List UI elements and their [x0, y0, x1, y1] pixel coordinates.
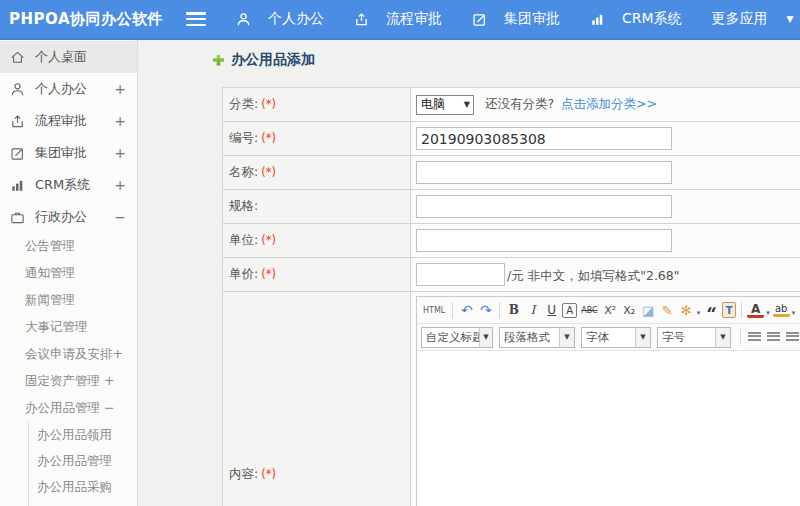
sidebar-item-workflow-approval[interactable]: 流程审批 + — [0, 105, 137, 137]
editor-toolbar-row1: HTML ↶ ↷ B I U A ABC X² X₂ ◪ ✎ — [417, 297, 800, 324]
nav-item-group-approval[interactable]: 集团审批 — [472, 10, 560, 28]
align-right-icon[interactable] — [784, 327, 800, 347]
nav-item-more-apps[interactable]: 更多应用 ▼ — [712, 10, 794, 28]
strikethrough-button[interactable]: ABC — [579, 300, 599, 320]
code-input[interactable] — [416, 127, 672, 150]
bar-chart-icon — [590, 11, 606, 27]
price-label-cell: 单价:(*) — [223, 258, 411, 292]
bar-chart-icon — [10, 177, 26, 193]
heading-style-select[interactable]: 自定义标题 ▼ — [421, 327, 493, 348]
sidebar-item-label: CRM系统 — [35, 176, 90, 194]
field-label: 单位: — [229, 232, 258, 247]
paste-text-icon[interactable]: T — [722, 302, 736, 318]
sidebar-item-personal-office[interactable]: 个人办公 + — [0, 73, 137, 105]
content-field-cell: HTML ↶ ↷ B I U A ABC X² X₂ ◪ ✎ — [411, 292, 800, 506]
app-logo: PHPOA协同办公软件 — [0, 10, 186, 29]
name-input[interactable] — [416, 161, 672, 184]
dropdown-label: 字号 — [658, 330, 689, 345]
nav-item-crm-system[interactable]: CRM系统 — [590, 10, 682, 28]
bold-button[interactable]: B — [505, 300, 522, 320]
highlight-color-button[interactable]: ab — [773, 303, 790, 317]
redo-icon[interactable]: ↷ — [477, 300, 494, 320]
content-label-cell: 内容:(*) — [223, 292, 411, 506]
align-center-icon[interactable] — [765, 327, 782, 347]
editor-toolbar-row2: 自定义标题 ▼ 段落格式 ▼ 字体 ▼ 字号 ▼ — [417, 324, 800, 351]
sidebar-item-label: 个人办公 — [35, 80, 87, 98]
superscript-button[interactable]: X² — [602, 300, 619, 320]
select-caret-icon: ▼ — [464, 100, 470, 109]
sidebar-item-supplies-management[interactable]: 办公用品管理 — [29, 448, 137, 474]
unit-input[interactable] — [416, 229, 672, 252]
caret-down-icon: ▼ — [479, 328, 492, 347]
expand-plus-icon[interactable]: + — [114, 81, 126, 97]
price-input[interactable] — [416, 263, 505, 286]
edit-icon — [472, 11, 488, 27]
sidebar-subitem-label: 固定资产管理 + — [25, 373, 114, 390]
caret-down-icon[interactable]: ▼ — [787, 14, 794, 24]
editor-content-area[interactable] — [417, 351, 800, 506]
caret-down-icon[interactable]: ▾ — [697, 309, 701, 317]
sidebar-level2-group: 办公用品领用 办公用品管理 办公用品采购 — [28, 422, 137, 506]
expand-plus-icon[interactable]: + — [114, 177, 126, 193]
sidebar-item-announcement-mgmt[interactable]: 公告管理 — [0, 233, 137, 260]
field-label: 名称: — [229, 164, 258, 179]
sidebar-item-meeting-request[interactable]: 会议申请及安排+ — [0, 341, 137, 368]
hamburger-menu-icon[interactable] — [186, 12, 206, 26]
sidebar-item-notice-mgmt[interactable]: 通知管理 — [0, 260, 137, 287]
field-label: 规格: — [229, 198, 258, 213]
dropdown-label: 自定义标题 — [422, 330, 479, 345]
sidebar-item-supplies-requisition[interactable]: 办公用品领用 — [29, 422, 137, 448]
category-select[interactable]: 电脑 ▼ — [416, 95, 474, 115]
toolbar-separator — [452, 302, 453, 318]
rich-text-editor: HTML ↶ ↷ B I U A ABC X² X₂ ◪ ✎ — [416, 296, 800, 506]
nav-label: 个人办公 — [268, 10, 324, 28]
autotypeset-icon[interactable]: ✻ — [678, 300, 695, 320]
sidebar-item-office-supplies-mgmt[interactable]: 办公用品管理 − — [0, 395, 137, 422]
sidebar-item-news-mgmt[interactable]: 新闻管理 — [0, 287, 137, 314]
indent-guide — [29, 500, 137, 506]
spec-field-cell — [411, 190, 800, 224]
nav-item-personal-office[interactable]: 个人办公 — [236, 10, 324, 28]
font-color-button[interactable]: A — [747, 303, 764, 318]
name-label-cell: 名称:(*) — [223, 156, 411, 190]
nav-item-workflow-approval[interactable]: 流程审批 — [354, 10, 442, 28]
sidebar-item-label: 集团审批 — [35, 144, 87, 162]
collapse-minus-icon[interactable]: − — [114, 209, 126, 225]
italic-button[interactable]: I — [524, 300, 541, 320]
field-label: 单价: — [229, 266, 258, 281]
align-left-icon[interactable] — [746, 327, 763, 347]
font-border-button[interactable]: A — [562, 303, 577, 318]
sidebar-item-label: 流程审批 — [35, 112, 87, 130]
source-code-button[interactable]: HTML — [421, 300, 447, 320]
main-content: 办公用品添加 分类:(*) 电脑 ▼ 还没有分类? 点击添加分类>> 编号:(*… — [139, 40, 800, 506]
caret-down-icon[interactable]: ▾ — [792, 309, 796, 317]
sidebar-item-group-approval[interactable]: 集团审批 + — [0, 137, 137, 169]
caret-down-icon[interactable]: ▾ — [766, 309, 770, 317]
sidebar-item-fixed-assets-mgmt[interactable]: 固定资产管理 + — [0, 368, 137, 395]
nav-label: 流程审批 — [386, 10, 442, 28]
paragraph-format-select[interactable]: 段落格式 ▼ — [499, 327, 575, 348]
user-icon — [236, 11, 252, 27]
font-family-select[interactable]: 字体 ▼ — [581, 327, 651, 348]
expand-plus-icon[interactable]: + — [114, 145, 126, 161]
sidebar-item-events-mgmt[interactable]: 大事记管理 — [0, 314, 137, 341]
top-navigation-bar: PHPOA协同办公软件 个人办公 流程审批 集团审批 CRM系统 — [0, 0, 800, 40]
add-category-link[interactable]: 点击添加分类>> — [561, 96, 657, 111]
undo-icon[interactable]: ↶ — [458, 300, 475, 320]
sidebar-item-personal-desktop[interactable]: 个人桌面 — [0, 41, 137, 73]
sidebar-item-supplies-purchase[interactable]: 办公用品采购 — [29, 474, 137, 500]
eraser-icon[interactable]: ◪ — [640, 300, 657, 320]
blockquote-button[interactable]: “ — [703, 300, 720, 320]
sidebar-subitem-label: 办公用品管理 — [37, 453, 112, 470]
format-brush-icon[interactable]: ✎ — [659, 300, 676, 320]
expand-plus-icon[interactable]: + — [114, 113, 126, 129]
sidebar-item-admin-office[interactable]: 行政办公 − — [0, 201, 137, 233]
selected-option: 电脑 — [421, 96, 445, 113]
underline-button[interactable]: U — [543, 300, 560, 320]
edit-icon — [10, 145, 26, 161]
font-size-select[interactable]: 字号 ▼ — [657, 327, 731, 348]
sidebar-item-crm-system[interactable]: CRM系统 + — [0, 169, 137, 201]
spec-input[interactable] — [416, 195, 672, 218]
price-format-hint: /元 非中文，如填写格式"2.68" — [507, 268, 680, 283]
subscript-button[interactable]: X₂ — [621, 300, 638, 320]
